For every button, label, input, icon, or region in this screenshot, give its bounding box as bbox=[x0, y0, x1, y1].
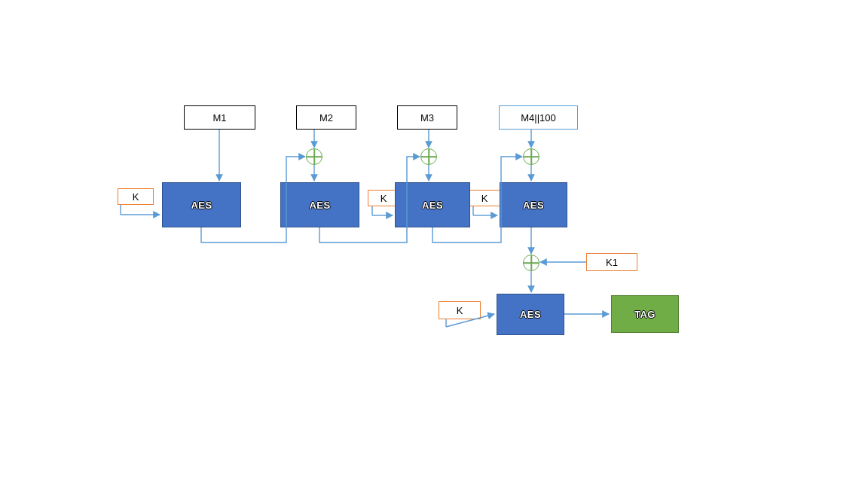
aes-block-2: AES bbox=[280, 182, 359, 227]
aes-label-5: AES bbox=[520, 309, 541, 320]
aes-label-2: AES bbox=[309, 200, 330, 211]
aes-block-5: AES bbox=[497, 294, 564, 335]
m4-label: M4||100 bbox=[521, 112, 556, 124]
diagram-canvas: M1 M2 M3 M4||100 K K K K1 K AES AES AES … bbox=[0, 0, 868, 488]
m2-label: M2 bbox=[319, 112, 333, 124]
key-box-k-1: K bbox=[118, 188, 154, 205]
m3-label: M3 bbox=[420, 112, 434, 124]
message-block-m1: M1 bbox=[184, 105, 255, 130]
tag-block: TAG bbox=[611, 295, 679, 333]
tag-label: TAG bbox=[634, 309, 656, 320]
aes-block-1: AES bbox=[162, 182, 241, 227]
aes-label-3: AES bbox=[422, 200, 443, 211]
key-box-k1: K1 bbox=[586, 253, 637, 271]
k-label-2: K bbox=[381, 193, 387, 204]
key-box-k-3: K bbox=[469, 190, 500, 206]
aes-label-4: AES bbox=[523, 200, 544, 211]
m1-label: M1 bbox=[212, 112, 226, 124]
k-label-4: K bbox=[457, 305, 463, 316]
xor-icon-3 bbox=[523, 148, 539, 165]
k1-label: K1 bbox=[606, 257, 618, 268]
aes-block-3: AES bbox=[395, 182, 470, 227]
k-label-1: K bbox=[133, 191, 139, 203]
message-block-m3: M3 bbox=[397, 105, 457, 130]
xor-icon-4 bbox=[523, 255, 539, 271]
k-label-3: K bbox=[481, 193, 488, 204]
message-block-m4: M4||100 bbox=[499, 105, 578, 130]
xor-icon-2 bbox=[420, 148, 437, 165]
key-box-k-4: K bbox=[439, 301, 481, 319]
xor-icon-1 bbox=[306, 148, 322, 165]
aes-block-4: AES bbox=[500, 182, 567, 227]
aes-label-1: AES bbox=[191, 200, 212, 211]
connector-layer bbox=[0, 0, 868, 488]
message-block-m2: M2 bbox=[296, 105, 356, 130]
